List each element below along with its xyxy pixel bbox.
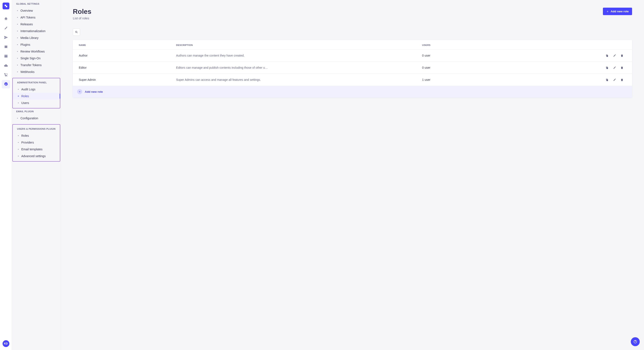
bullet-icon <box>17 71 18 72</box>
content-icon[interactable] <box>2 24 10 32</box>
sidebar-section: GLOBAL SETTINGSOverviewAPI TokensRelease… <box>12 2 61 76</box>
avatar[interactable]: KD <box>2 340 9 347</box>
svg-line-3 <box>77 32 77 33</box>
bullet-icon <box>17 65 18 65</box>
table-row[interactable]: EditorEditors can manage and publish con… <box>73 62 632 74</box>
row-actions <box>534 66 630 69</box>
bullet-icon <box>17 24 18 25</box>
sidebar-item[interactable]: Transfer Tokens <box>12 62 61 68</box>
sidebar-section-title: EMAIL PLUGIN <box>12 110 61 115</box>
role-name: Author <box>73 49 174 62</box>
sidebar-item-label: Media Library <box>20 36 38 39</box>
sidebar-item[interactable]: Email templates <box>13 146 60 153</box>
bullet-icon <box>18 103 19 103</box>
send-icon[interactable] <box>2 33 10 42</box>
sidebar-item-label: Roles <box>21 94 29 98</box>
sidebar-item[interactable]: Providers <box>13 139 60 146</box>
sidebar-item-label: Webhooks <box>20 70 34 74</box>
sidebar-item[interactable]: Audit Logs <box>13 86 60 93</box>
sidebar-item-label: Advanced settings <box>21 154 46 158</box>
sidebar-item[interactable]: Review Workflows <box>12 48 61 55</box>
page-subtitle: List of roles <box>73 16 91 20</box>
duplicate-icon[interactable] <box>606 78 609 81</box>
delete-icon[interactable] <box>620 78 624 81</box>
bullet-icon <box>17 31 18 31</box>
sidebar-item-label: Email templates <box>21 148 42 151</box>
bullet-icon <box>18 156 19 157</box>
sidebar-item[interactable]: Users <box>13 100 60 106</box>
bullet-icon <box>18 89 19 90</box>
sidebar-item[interactable]: Advanced settings <box>13 153 60 160</box>
bullet-icon <box>17 118 18 119</box>
sidebar-item[interactable]: Configuration <box>12 115 61 122</box>
edit-icon[interactable] <box>613 54 616 57</box>
sidebar-item[interactable]: API Tokens <box>12 14 61 21</box>
sidebar-item-label: Configuration <box>20 117 38 120</box>
help-button[interactable] <box>631 337 640 346</box>
role-name: Super Admin <box>73 74 174 86</box>
col-description: DESCRIPTION <box>174 40 420 49</box>
role-name: Editor <box>73 62 174 74</box>
sidebar-section: ADMINISTRATION PANELAudit LogsRolesUsers <box>12 78 60 108</box>
roles-table: NAME DESCRIPTION USERS AuthorAuthors can… <box>73 40 632 86</box>
settings-icon[interactable] <box>2 80 10 88</box>
role-description: Editors can manage and publish contents … <box>174 62 420 74</box>
sidebar-section-title: GLOBAL SETTINGS <box>12 2 61 7</box>
delete-icon[interactable] <box>620 54 624 57</box>
home-icon[interactable] <box>2 14 10 23</box>
app-logo[interactable] <box>2 2 9 9</box>
duplicate-icon[interactable] <box>606 66 609 69</box>
sidebar-item[interactable]: Media Library <box>12 34 61 41</box>
roles-table-card: NAME DESCRIPTION USERS AuthorAuthors can… <box>73 40 632 98</box>
cart-icon[interactable] <box>2 71 10 79</box>
sidebar-item[interactable]: Single Sign-On <box>12 55 61 62</box>
layout-icon[interactable] <box>2 52 10 60</box>
row-actions <box>534 78 630 81</box>
duplicate-icon[interactable] <box>606 54 609 57</box>
sidebar-item[interactable]: Roles <box>13 132 60 139</box>
cloud-icon[interactable] <box>2 61 10 70</box>
sidebar-item-label: Transfer Tokens <box>20 63 42 67</box>
sidebar-item-label: Internationalization <box>20 29 46 33</box>
add-new-role-button-label: Add new role <box>610 10 629 13</box>
col-name: NAME <box>73 40 174 49</box>
search-button[interactable] <box>73 28 80 36</box>
bullet-icon <box>17 58 18 59</box>
add-new-role-button[interactable]: Add new role <box>603 8 632 15</box>
bullet-icon <box>17 44 18 45</box>
sidebar-item-label: Users <box>21 101 29 105</box>
role-users: 0 user <box>420 49 531 62</box>
edit-icon[interactable] <box>613 66 616 69</box>
bullet-icon <box>17 10 18 11</box>
sidebar-item-label: API Tokens <box>20 16 36 19</box>
table-row[interactable]: AuthorAuthors can manage the content the… <box>73 49 632 62</box>
sidebar-item[interactable]: Roles <box>13 93 60 100</box>
role-description: Super Admins can access and manage all f… <box>174 74 420 86</box>
svg-point-2 <box>76 31 77 32</box>
sidebar-item[interactable]: Internationalization <box>12 28 61 34</box>
sidebar-item[interactable]: Plugins <box>12 41 61 48</box>
sidebar-item[interactable]: Overview <box>12 7 61 14</box>
table-row[interactable]: Super AdminSuper Admins can access and m… <box>73 74 632 86</box>
plus-icon <box>77 89 82 94</box>
sidebar-item-label: Review Workflows <box>20 50 45 53</box>
role-users: 0 user <box>420 62 531 74</box>
sidebar-section: EMAIL PLUGINConfiguration <box>12 110 61 123</box>
bullet-icon <box>18 96 19 97</box>
sidebar-section-title: ADMINISTRATION PANEL <box>13 81 60 86</box>
role-users: 1 user <box>420 74 531 86</box>
add-role-row[interactable]: Add new role <box>73 86 632 98</box>
sidebar-item[interactable]: Webhooks <box>12 68 61 75</box>
sidebar-item[interactable]: Releases <box>12 21 61 28</box>
media-icon[interactable] <box>2 42 10 51</box>
bullet-icon <box>17 37 18 38</box>
sidebar-item-label: Providers <box>21 141 34 144</box>
page-title: Roles <box>73 8 91 15</box>
edit-icon[interactable] <box>613 78 616 81</box>
bullet-icon <box>18 135 19 136</box>
sidebar-item-label: Roles <box>21 134 29 137</box>
sidebar-item-label: Plugins <box>20 43 30 46</box>
bullet-icon <box>17 51 18 52</box>
delete-icon[interactable] <box>620 66 624 69</box>
row-actions <box>534 54 630 57</box>
